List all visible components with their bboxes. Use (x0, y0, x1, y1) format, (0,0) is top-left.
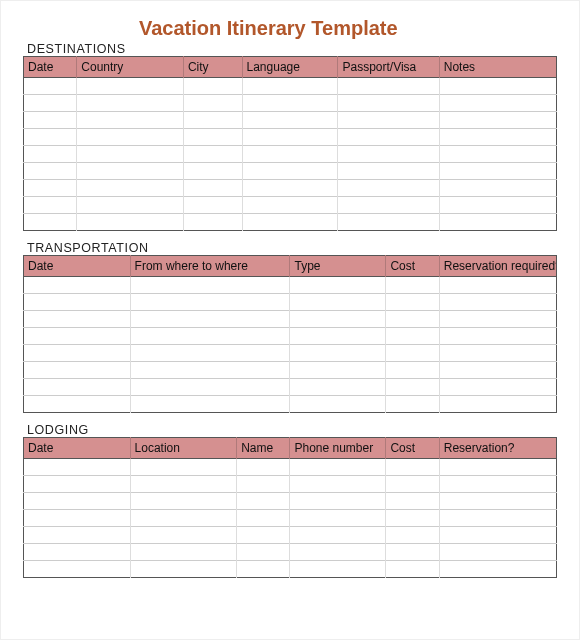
table-cell[interactable] (77, 78, 184, 95)
table-cell[interactable] (183, 112, 242, 129)
table-cell[interactable] (130, 459, 237, 476)
table-cell[interactable] (439, 561, 556, 578)
table-cell[interactable] (290, 544, 386, 561)
table-cell[interactable] (386, 459, 439, 476)
table-cell[interactable] (183, 180, 242, 197)
table-cell[interactable] (290, 493, 386, 510)
table-cell[interactable] (130, 476, 237, 493)
table-cell[interactable] (183, 95, 242, 112)
table-cell[interactable] (290, 311, 386, 328)
table-cell[interactable] (24, 112, 77, 129)
table-cell[interactable] (24, 459, 131, 476)
table-cell[interactable] (439, 544, 556, 561)
table-cell[interactable] (130, 396, 290, 413)
table-cell[interactable] (290, 379, 386, 396)
table-cell[interactable] (24, 214, 77, 231)
table-cell[interactable] (24, 345, 131, 362)
table-cell[interactable] (439, 214, 556, 231)
table-cell[interactable] (183, 129, 242, 146)
table-cell[interactable] (24, 95, 77, 112)
table-cell[interactable] (386, 379, 439, 396)
table-cell[interactable] (183, 146, 242, 163)
table-cell[interactable] (290, 510, 386, 527)
table-cell[interactable] (338, 146, 439, 163)
table-cell[interactable] (439, 277, 556, 294)
table-cell[interactable] (290, 362, 386, 379)
table-cell[interactable] (338, 214, 439, 231)
table-cell[interactable] (439, 78, 556, 95)
table-cell[interactable] (77, 180, 184, 197)
table-cell[interactable] (183, 197, 242, 214)
table-cell[interactable] (439, 510, 556, 527)
table-cell[interactable] (130, 510, 237, 527)
table-cell[interactable] (439, 476, 556, 493)
table-cell[interactable] (290, 561, 386, 578)
table-cell[interactable] (77, 146, 184, 163)
table-cell[interactable] (338, 112, 439, 129)
table-cell[interactable] (386, 510, 439, 527)
table-cell[interactable] (130, 527, 237, 544)
table-cell[interactable] (439, 129, 556, 146)
table-cell[interactable] (439, 95, 556, 112)
table-cell[interactable] (439, 459, 556, 476)
table-cell[interactable] (237, 476, 290, 493)
table-cell[interactable] (24, 180, 77, 197)
table-cell[interactable] (386, 544, 439, 561)
table-cell[interactable] (439, 328, 556, 345)
table-cell[interactable] (130, 294, 290, 311)
table-cell[interactable] (338, 129, 439, 146)
table-cell[interactable] (386, 345, 439, 362)
table-cell[interactable] (24, 362, 131, 379)
table-cell[interactable] (439, 197, 556, 214)
table-cell[interactable] (386, 311, 439, 328)
table-cell[interactable] (439, 311, 556, 328)
table-cell[interactable] (338, 180, 439, 197)
table-cell[interactable] (24, 476, 131, 493)
table-cell[interactable] (24, 396, 131, 413)
table-cell[interactable] (130, 544, 237, 561)
table-cell[interactable] (439, 180, 556, 197)
table-cell[interactable] (130, 362, 290, 379)
table-cell[interactable] (386, 476, 439, 493)
table-cell[interactable] (130, 277, 290, 294)
table-cell[interactable] (24, 197, 77, 214)
table-cell[interactable] (290, 294, 386, 311)
table-cell[interactable] (130, 493, 237, 510)
table-cell[interactable] (290, 328, 386, 345)
table-cell[interactable] (290, 459, 386, 476)
table-cell[interactable] (338, 95, 439, 112)
table-cell[interactable] (386, 328, 439, 345)
table-cell[interactable] (242, 214, 338, 231)
table-cell[interactable] (24, 493, 131, 510)
table-cell[interactable] (242, 180, 338, 197)
table-cell[interactable] (24, 527, 131, 544)
table-cell[interactable] (237, 510, 290, 527)
table-cell[interactable] (439, 527, 556, 544)
table-cell[interactable] (338, 78, 439, 95)
table-cell[interactable] (77, 197, 184, 214)
table-cell[interactable] (237, 493, 290, 510)
table-cell[interactable] (24, 311, 131, 328)
table-cell[interactable] (439, 294, 556, 311)
table-cell[interactable] (130, 328, 290, 345)
table-cell[interactable] (386, 362, 439, 379)
table-cell[interactable] (77, 95, 184, 112)
table-cell[interactable] (290, 345, 386, 362)
table-cell[interactable] (242, 129, 338, 146)
table-cell[interactable] (24, 129, 77, 146)
table-cell[interactable] (77, 112, 184, 129)
table-cell[interactable] (439, 493, 556, 510)
table-cell[interactable] (439, 146, 556, 163)
table-cell[interactable] (24, 328, 131, 345)
table-cell[interactable] (24, 510, 131, 527)
table-cell[interactable] (24, 163, 77, 180)
table-cell[interactable] (183, 78, 242, 95)
table-cell[interactable] (24, 561, 131, 578)
table-cell[interactable] (386, 277, 439, 294)
table-cell[interactable] (338, 163, 439, 180)
table-cell[interactable] (77, 214, 184, 231)
table-cell[interactable] (242, 112, 338, 129)
table-cell[interactable] (242, 95, 338, 112)
table-cell[interactable] (386, 561, 439, 578)
table-cell[interactable] (237, 544, 290, 561)
